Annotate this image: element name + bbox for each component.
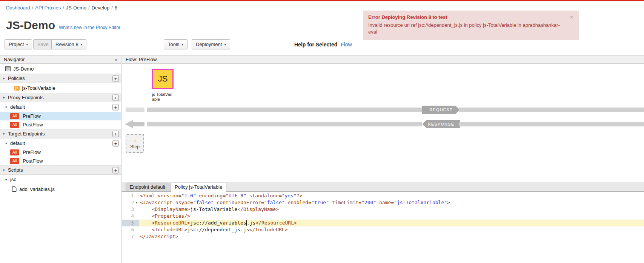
code-line-1[interactable]: 1<?xml version="1.0" encoding="UTF-8" st… [122, 192, 644, 199]
code-token: name= [376, 200, 394, 205]
flow-help-link[interactable]: Flow [341, 42, 352, 48]
code-token: <IncludeURL> [152, 227, 187, 232]
add-button[interactable]: + [112, 140, 119, 146]
add-button[interactable]: + [112, 167, 119, 173]
nav-item-label: default [10, 104, 25, 110]
line-number: 4 [122, 213, 134, 220]
nav-flow-preflow[interactable]: AllPreFlow [0, 112, 121, 120]
line-number: 3 [122, 206, 134, 213]
breadcrumb-item-api-proxies[interactable]: API Proxies [35, 5, 61, 11]
code-token: <Properties/> [152, 213, 190, 219]
revision-button[interactable]: Revision 8 ▾ [51, 39, 86, 49]
error-title: Error Deploying Revision 8 to test [368, 14, 567, 20]
save-button-label: Save [37, 42, 49, 47]
code-line-5[interactable]: 5 <ResourceURL>jsc://add_variables.js</R… [122, 220, 644, 226]
add-button[interactable]: + [112, 131, 119, 137]
js-policy-node[interactable]: JS [152, 69, 174, 89]
project-button[interactable]: Project ▾ [5, 39, 32, 49]
caret-down-icon: ▾ [26, 43, 28, 46]
nav-section-target-endpoints[interactable]: ▾Target Endpoints+ [0, 129, 121, 138]
nav-policy-js-totalvariable[interactable]: jsjs-TotalVariable [0, 83, 121, 93]
nav-group-jsc[interactable]: ▾jsc [0, 175, 121, 184]
disclosure-triangle-icon[interactable]: ▾ [5, 178, 10, 181]
fold-arrow-icon[interactable]: ▾ [134, 199, 139, 206]
breadcrumb-separator: / [63, 5, 64, 11]
response-arrow-icon [125, 120, 144, 128]
nav-flow-postflow[interactable]: AllPostFlow [0, 120, 121, 129]
nav-section-scripts[interactable]: ▾Scripts+ [0, 165, 121, 175]
code-token [140, 220, 152, 226]
tab-policy-js-totalvariable[interactable]: Policy js-TotalVariable [171, 183, 226, 192]
nav-flow-preflow[interactable]: AllPreFlow [0, 148, 121, 157]
code-token: <ResourceURL> [152, 220, 190, 226]
request-arrow-label: REQUEST [422, 106, 460, 114]
caret-down-icon: ▾ [181, 43, 183, 46]
nav-group-default[interactable]: ▾default+ [0, 102, 121, 112]
disclosure-triangle-icon[interactable]: ▾ [3, 168, 8, 172]
all-conditions-badge: All [10, 149, 19, 155]
code-line-2[interactable]: 2▾<Javascript async="false" continueOnEr… [122, 199, 644, 206]
deployment-button-label: Deployment [196, 42, 222, 47]
line-number: 7 [122, 233, 134, 240]
add-button[interactable]: + [112, 75, 119, 82]
code-line-3[interactable]: 3 <DisplayName>js-TotalVariable</Display… [122, 206, 644, 213]
line-gutter: 6 [122, 226, 139, 233]
nav-item-label: PreFlow [23, 113, 41, 119]
line-gutter: 5 [122, 220, 139, 226]
line-gutter: 7 [122, 233, 139, 240]
disclosure-triangle-icon[interactable]: ▾ [5, 141, 10, 145]
all-conditions-badge: All [10, 113, 19, 119]
code-line-6[interactable]: 6 <IncludeURL>jsc://dependent_js.js</Inc… [122, 226, 644, 233]
breadcrumb-item-dashboard[interactable]: Dashboard [6, 5, 30, 11]
code-area[interactable]: 1<?xml version="1.0" encoding="UTF-8" st… [122, 192, 644, 240]
nav-item-label: default [10, 140, 25, 146]
disclosure-triangle-icon[interactable]: ▾ [3, 77, 8, 80]
nav-section-proxy-endpoints[interactable]: ▾Proxy Endpoints+ [0, 93, 121, 102]
collapse-sidebar-icon[interactable]: « [114, 57, 117, 63]
tools-button[interactable]: Tools ▾ [164, 39, 188, 49]
breadcrumb-separator: / [88, 5, 90, 11]
nav-item-label: PostFlow [23, 158, 43, 164]
request-lane-segment [126, 108, 144, 112]
nav-section-policies[interactable]: ▾Policies+ [0, 74, 121, 83]
code-token: "false" [264, 200, 285, 205]
code-token: <?xml version= [140, 193, 181, 198]
add-step-button[interactable]: + Step [126, 134, 144, 153]
nav-flow-postflow[interactable]: AllPostFlow [0, 157, 121, 165]
code-line-7[interactable]: 7</Javascript> [122, 233, 644, 240]
all-conditions-badge: All [10, 158, 19, 164]
line-gutter: 3 [122, 206, 139, 213]
tab-endpoint-default[interactable]: Endpoint default [126, 183, 169, 191]
line-gutter: 2▾ [122, 199, 139, 206]
code-token: </Javascript> [140, 234, 178, 239]
whats-new-link[interactable]: What's new in the Proxy Editor [59, 25, 120, 30]
disclosure-triangle-icon[interactable]: ▾ [5, 105, 10, 109]
code-text: <Javascript async="false" continueOnErro… [139, 199, 450, 206]
code-token: "true" [311, 200, 329, 205]
add-step-label: Step [130, 144, 140, 149]
breadcrumb-separator: / [32, 5, 34, 11]
disclosure-triangle-icon[interactable]: ▾ [3, 96, 8, 100]
close-icon[interactable]: × [570, 14, 573, 21]
editor-tab-strip: Endpoint defaultPolicy js-TotalVariable [122, 182, 644, 192]
nav-group-default[interactable]: ▾default+ [0, 138, 121, 148]
add-button[interactable]: + [112, 94, 119, 101]
nav-file-add-variables-js[interactable]: add_variables.js [0, 184, 121, 194]
code-token: <Javascript async= [140, 200, 193, 205]
navigator-title: Navigator [4, 57, 25, 62]
nav-item-label: Scripts [8, 167, 23, 173]
add-button[interactable]: + [112, 104, 119, 110]
nav-item-label: add_variables.js [19, 186, 55, 192]
nav-proxy-js-demo[interactable]: JS-Demo [0, 64, 121, 74]
response-lane-segment [459, 122, 644, 126]
deployment-button[interactable]: Deployment ▾ [192, 39, 230, 49]
code-line-4[interactable]: 4 <Properties/> [122, 213, 644, 220]
fold-spacer [134, 213, 139, 220]
code-token: ?> [297, 193, 303, 198]
line-number: 2 [122, 199, 134, 206]
disclosure-triangle-icon[interactable]: ▾ [3, 132, 8, 136]
code-editor-panel: Endpoint defaultPolicy js-TotalVariable … [122, 182, 644, 263]
save-button[interactable]: Save [33, 39, 53, 49]
navigator-panel: Navigator « JS-Demo▾Policies+jsjs-TotalV… [0, 55, 121, 263]
caret-down-icon: ▾ [224, 43, 226, 46]
